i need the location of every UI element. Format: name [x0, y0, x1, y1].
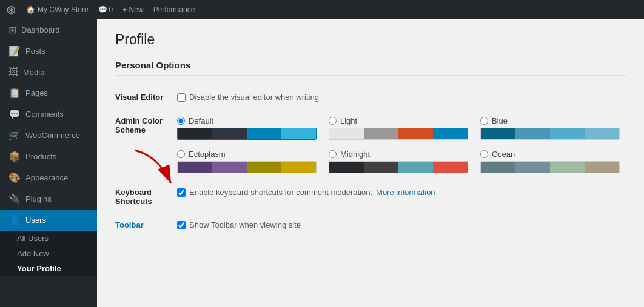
color-swatch	[585, 128, 619, 139]
pages-icon: 📋	[8, 87, 21, 99]
sidebar: ⊞ Dashboard 📝 Posts 🖼 Media 📋 Pages 💬 Co…	[0, 19, 97, 307]
color-swatch	[585, 162, 619, 173]
color-scheme-label-midnight: Midnight	[340, 150, 370, 159]
color-swatch	[329, 128, 364, 139]
color-swatch	[364, 128, 398, 139]
color-swatches-light	[329, 128, 468, 140]
sidebar-item-woocommerce[interactable]: 🛒 WooCommerce	[0, 125, 97, 146]
sidebar-item-plugins[interactable]: 🔌 Plugins	[0, 188, 97, 210]
color-swatch	[433, 128, 468, 139]
color-swatches-default	[177, 128, 317, 140]
color-swatch	[247, 128, 281, 139]
color-scheme-midnight[interactable]: Midnight	[329, 150, 468, 173]
color-swatch	[515, 162, 550, 173]
sidebar-item-appearance[interactable]: 🎨 Appearance	[0, 167, 97, 188]
submenu-all-users[interactable]: All Users	[0, 231, 97, 246]
submenu-add-new[interactable]: Add New	[0, 246, 97, 261]
topbar-comments[interactable]: 💬 0	[98, 5, 113, 14]
dashboard-icon: ⊞	[8, 24, 16, 36]
sidebar-item-users[interactable]: 👤 Users	[0, 210, 97, 231]
sidebar-item-pages[interactable]: 📋 Pages	[0, 82, 97, 104]
color-swatch	[247, 162, 281, 173]
color-scheme-radio-ectoplasm[interactable]	[177, 150, 185, 158]
color-scheme-label-ectoplasm: Ectoplasm	[189, 150, 226, 159]
color-swatch	[212, 162, 247, 173]
admin-color-scheme-row: Admin Color Scheme DefaultLightBlueEctop…	[115, 109, 626, 180]
posts-icon: 📝	[8, 45, 21, 57]
color-swatch	[364, 162, 398, 173]
color-scheme-label-ocean: Ocean	[492, 150, 515, 159]
color-swatch	[178, 128, 212, 139]
topbar-new-button[interactable]: + New	[122, 5, 143, 14]
keyboard-shortcuts-checkbox-label[interactable]: Enable keyboard shortcuts for comment mo…	[177, 188, 620, 197]
visual-editor-checkbox-label[interactable]: Disable the visual editor when writing	[177, 93, 620, 102]
toolbar-checkbox[interactable]	[177, 221, 186, 229]
wp-logo-icon[interactable]: ⊛	[6, 2, 16, 17]
comment-icon: 💬	[98, 5, 107, 14]
color-scheme-blue[interactable]: Blue	[480, 116, 620, 140]
keyboard-shortcuts-row: Keyboard Shortcuts	[115, 180, 626, 213]
color-scheme-light[interactable]: Light	[329, 116, 468, 140]
admin-color-scheme-label: Admin Color Scheme	[115, 109, 171, 180]
color-swatch	[398, 128, 433, 139]
color-scheme-radio-light[interactable]	[329, 117, 337, 125]
sidebar-item-dashboard[interactable]: ⊞ Dashboard	[0, 19, 97, 41]
layout: ⊞ Dashboard 📝 Posts 🖼 Media 📋 Pages 💬 Co…	[0, 19, 644, 307]
keyboard-shortcuts-checkbox[interactable]	[177, 188, 186, 197]
color-scheme-label-light: Light	[340, 116, 357, 125]
color-swatch	[398, 162, 433, 173]
submenu-your-profile[interactable]: Your Profile	[0, 261, 97, 276]
sidebar-item-posts[interactable]: 📝 Posts	[0, 41, 97, 62]
keyboard-shortcuts-more-info-link[interactable]: More information	[376, 188, 435, 197]
color-swatch	[281, 128, 316, 139]
users-submenu: All Users Add New Your Profile	[0, 231, 97, 276]
color-swatches-ectoplasm	[177, 161, 317, 173]
color-swatch	[550, 162, 585, 173]
color-scheme-ocean[interactable]: Ocean	[480, 150, 620, 173]
color-scheme-grid: DefaultLightBlueEctoplasmMidnightOcean	[177, 116, 620, 173]
sidebar-item-products[interactable]: 📦 Products	[0, 146, 97, 167]
color-swatch	[433, 162, 468, 173]
appearance-icon: 🎨	[8, 172, 21, 183]
color-swatch	[550, 128, 585, 139]
color-swatches-midnight	[329, 161, 468, 173]
comments-icon: 💬	[8, 108, 21, 120]
color-scheme-radio-default[interactable]	[177, 117, 185, 125]
media-icon: 🖼	[8, 67, 18, 78]
visual-editor-checkbox[interactable]	[177, 93, 186, 102]
visual-editor-label: Visual Editor	[115, 85, 171, 109]
toolbar-checkbox-label[interactable]: Show Toolbar when viewing site	[177, 220, 620, 229]
color-scheme-label-default: Default	[189, 116, 213, 125]
color-swatches-blue	[480, 128, 620, 140]
page-title: Profile	[115, 31, 626, 48]
plugins-icon: 🔌	[8, 193, 21, 205]
color-scheme-ectoplasm[interactable]: Ectoplasm	[177, 150, 317, 173]
products-icon: 📦	[8, 151, 21, 162]
color-swatch	[329, 162, 364, 173]
color-swatch	[281, 162, 316, 173]
sidebar-item-comments[interactable]: 💬 Comments	[0, 104, 97, 125]
toolbar-label: Toolbar	[115, 220, 144, 229]
section-title: Personal Options	[115, 60, 626, 76]
color-scheme-radio-blue[interactable]	[480, 117, 488, 125]
color-scheme-label-blue: Blue	[492, 116, 508, 125]
color-swatch	[212, 128, 247, 139]
toolbar-row: Toolbar Show Toolbar when viewing site	[115, 213, 626, 237]
topbar-performance-button[interactable]: Performance	[153, 5, 195, 14]
topbar: ⊛ 🏠 My CWay Store 💬 0 + New Performance	[0, 0, 644, 19]
keyboard-shortcuts-label: Keyboard Shortcuts	[115, 180, 171, 213]
color-swatch	[481, 162, 515, 173]
woocommerce-icon: 🛒	[8, 130, 21, 141]
home-icon: 🏠	[26, 5, 35, 14]
color-swatch	[481, 128, 515, 139]
visual-editor-row: Visual Editor Disable the visual editor …	[115, 85, 626, 109]
sidebar-item-media[interactable]: 🖼 Media	[0, 62, 97, 82]
color-swatch	[515, 128, 550, 139]
color-scheme-default[interactable]: Default	[177, 116, 317, 140]
color-scheme-radio-midnight[interactable]	[329, 150, 337, 158]
form-table: Visual Editor Disable the visual editor …	[115, 85, 626, 237]
topbar-site-name[interactable]: 🏠 My CWay Store	[26, 5, 89, 14]
color-scheme-radio-ocean[interactable]	[480, 150, 488, 158]
color-swatch	[178, 162, 212, 173]
main-content: Profile Personal Options Visual Editor D…	[97, 19, 644, 307]
